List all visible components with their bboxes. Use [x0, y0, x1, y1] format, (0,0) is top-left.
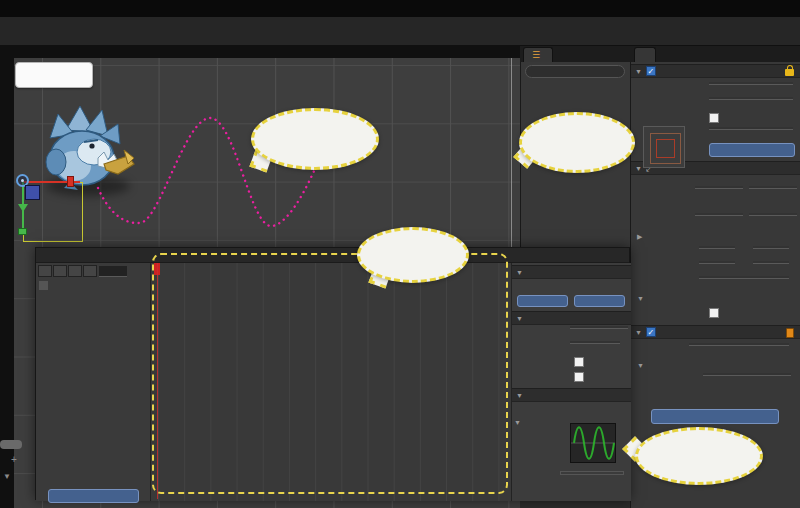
frame-field[interactable]: [99, 266, 127, 277]
anchor-preset-widget[interactable]: [643, 126, 685, 168]
target-object-field[interactable]: [570, 341, 620, 344]
apply-prefab-button[interactable]: [709, 143, 795, 157]
action-editor-property-column: [36, 263, 151, 501]
qc-action-header[interactable]: ▼: [512, 311, 631, 325]
collapse-arrow-icon[interactable]: ▼: [635, 68, 642, 75]
collapse-arrow-icon[interactable]: ▼: [635, 165, 642, 172]
pivot-y-field[interactable]: [753, 246, 789, 249]
next-frame-button[interactable]: [83, 265, 97, 277]
scale-x-field[interactable]: [699, 261, 735, 264]
width-field[interactable]: [695, 213, 743, 216]
tab-inspector[interactable]: [634, 47, 656, 62]
plus-icon: +: [11, 454, 17, 465]
anchoredx-field[interactable]: [695, 186, 743, 189]
pivot-x-field[interactable]: [699, 246, 735, 249]
length-field[interactable]: [703, 373, 791, 376]
component-enabled-checkbox[interactable]: ✓: [646, 327, 656, 337]
target-locked-checkbox[interactable]: [574, 357, 584, 367]
horizontal-ruler: [14, 46, 520, 58]
timeline-play-button[interactable]: [53, 265, 67, 277]
graphview-highlight-frame: [152, 253, 508, 494]
curve-preview[interactable]: [570, 423, 616, 463]
action-editor-window: ▼ ▼ ▼ ▼: [35, 247, 630, 500]
annotation-bubble-hierarchy: [519, 112, 635, 173]
save-button[interactable]: [574, 295, 625, 307]
menu-bar: [0, 0, 800, 17]
annotation-bubble-timeline: [357, 227, 469, 283]
script-field: [689, 343, 789, 346]
action-file-panel: ▼ ▼ ▼ ▼: [511, 263, 631, 501]
tab-hierarchy[interactable]: ☰: [523, 47, 553, 62]
value-field[interactable]: [560, 471, 624, 475]
interactive-checkbox[interactable]: [709, 308, 719, 318]
collapse-arrow-icon[interactable]: ▼: [635, 329, 642, 336]
add-component-button[interactable]: [651, 409, 779, 424]
prev-frame-button[interactable]: [68, 265, 82, 277]
hierarchy-search[interactable]: [525, 65, 625, 78]
anchor-inner-square: [656, 139, 675, 158]
qc-node-header[interactable]: ▼ ✓: [631, 64, 800, 78]
height-field[interactable]: [749, 213, 797, 216]
animators-arrow-icon[interactable]: ▼: [637, 362, 644, 369]
curve-preview-svg: [571, 424, 615, 462]
action-name-field[interactable]: [570, 326, 628, 329]
toolbar: [0, 17, 800, 46]
add-property-button[interactable]: [48, 489, 139, 503]
annotation-bubble-curve: [635, 427, 763, 485]
name-field[interactable]: [709, 82, 793, 85]
tween-arrow-icon[interactable]: ▼: [514, 419, 521, 426]
create-button[interactable]: [517, 295, 568, 307]
anchors-arrow-icon[interactable]: ▶: [637, 233, 642, 241]
lock-icon[interactable]: [785, 69, 794, 76]
anchoredy-field[interactable]: [749, 186, 797, 189]
loop-checkbox[interactable]: [574, 372, 584, 382]
qici-engine-editor: ☰ ▼ ✓ ▼ ⤢: [0, 0, 800, 508]
record-button[interactable]: [38, 265, 52, 277]
annotation-bubble-scene: [251, 108, 379, 170]
rotation-field[interactable]: [699, 276, 789, 279]
alpha-field[interactable]: [709, 127, 793, 130]
hierarchy-list-icon: ☰: [532, 50, 540, 60]
position-header[interactable]: ▼: [512, 388, 631, 402]
ignore-destroy-checkbox[interactable]: [709, 113, 719, 123]
unique-name-field[interactable]: [709, 97, 793, 100]
ruler-corner: [0, 46, 14, 58]
background-panel-fragment: [0, 440, 22, 449]
action-file-header[interactable]: ▼: [512, 265, 631, 279]
qc-animator-header[interactable]: ▼ ✓: [631, 325, 800, 339]
hit-area-arrow-icon[interactable]: ▼: [637, 295, 644, 302]
component-enabled-checkbox[interactable]: ✓: [646, 66, 656, 76]
scale-y-field[interactable]: [753, 261, 789, 264]
chevron-down-icon: ▼: [3, 472, 11, 481]
script-file-icon[interactable]: [786, 328, 794, 338]
collapse-all-button[interactable]: [39, 281, 48, 290]
